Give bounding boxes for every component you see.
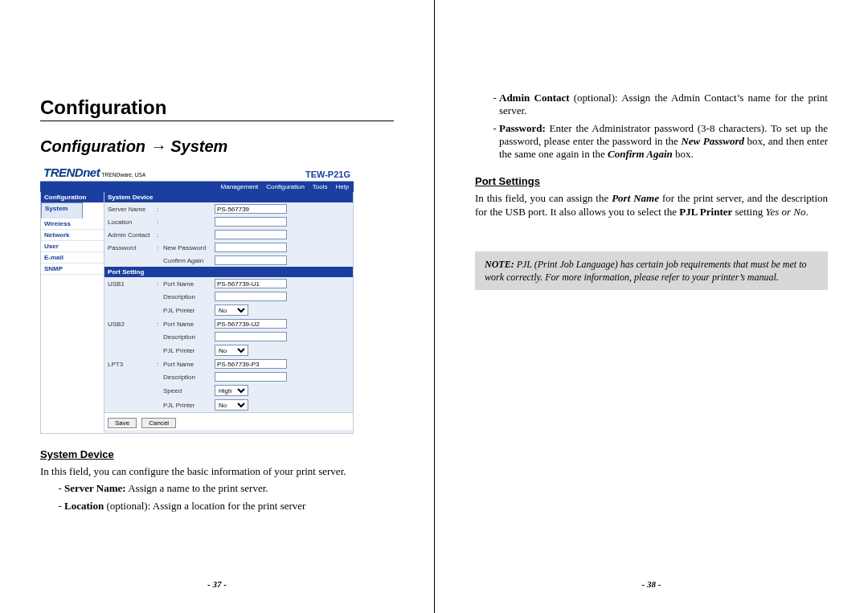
select-port3-pjl[interactable]: No: [215, 399, 248, 411]
label-desc-3: Description: [163, 374, 211, 381]
label-admin-contact: Admin Contact: [108, 231, 152, 239]
form-area: System Device Server Name : Location : A…: [104, 192, 353, 433]
config-screenshot: TRENDnet TRENDware, USA TEW-P21G Managem…: [40, 164, 354, 434]
page-left: Configuration Configuration → System TRE…: [0, 0, 434, 613]
menu-help[interactable]: Help: [336, 183, 349, 190]
menu-configuration[interactable]: Configuration: [266, 183, 305, 190]
heading-system-device: System Device: [40, 448, 394, 460]
sidebar-item-network[interactable]: Network: [41, 230, 104, 241]
select-port2-pjl[interactable]: No: [215, 345, 248, 356]
label-speed: Speed: [163, 387, 211, 394]
brand-logo: TRENDnet: [43, 166, 100, 179]
menu-management[interactable]: Management: [221, 183, 259, 190]
top-menubar: Management Configuration Tools Help: [40, 182, 354, 192]
label-new-password: New Password: [163, 244, 211, 251]
input-server-name[interactable]: [215, 204, 287, 214]
sidebar-header: Configuration: [41, 192, 104, 202]
label-port-name-3: Port Name: [163, 361, 211, 368]
heading-port-settings: Port Settings: [475, 175, 828, 187]
page-subtitle: Configuration → System: [40, 137, 394, 156]
label-confirm-again: Confirm Again: [163, 257, 211, 264]
select-port3-speed[interactable]: High: [215, 385, 248, 396]
sidebar-item-wireless[interactable]: Wireless: [41, 219, 104, 230]
sidebar-item-snmp[interactable]: SNMP: [41, 264, 104, 275]
cancel-button[interactable]: Cancel: [141, 418, 176, 428]
menu-tools[interactable]: Tools: [313, 183, 328, 190]
sidebar-item-email[interactable]: E-mail: [41, 252, 104, 264]
port1-label: USB1: [108, 280, 152, 288]
li-admin-contact: Admin Contact (optional): Assign the Adm…: [499, 92, 828, 117]
para-system-device: In this field, you can configure the bas…: [40, 465, 394, 479]
port2-label: USB2: [108, 321, 152, 328]
note-box: NOTE: PJL (Print Job Language) has certa…: [475, 251, 828, 290]
label-pjl-1: PJL Printer: [163, 307, 211, 314]
sidebar: Configuration System Wireless Network Us…: [41, 192, 104, 433]
input-port2-desc[interactable]: [215, 332, 287, 341]
save-button[interactable]: Save: [108, 418, 137, 428]
input-port1-name[interactable]: [215, 279, 287, 288]
li-location: Location (optional): Assign a location f…: [64, 500, 394, 513]
label-location: Location: [108, 219, 152, 226]
label-pjl-2: PJL Printer: [163, 347, 211, 354]
label-password: Password: [108, 244, 152, 251]
input-location[interactable]: [215, 217, 287, 227]
input-admin-contact[interactable]: [215, 230, 287, 239]
label-pjl-3: PJL Printer: [163, 402, 211, 409]
page-right: Admin Contact (optional): Assign the Adm…: [434, 0, 868, 613]
page-number-left: - 37 -: [0, 579, 434, 589]
input-port2-name[interactable]: [215, 319, 287, 329]
label-server-name: Server Name: [108, 206, 152, 213]
input-port1-desc[interactable]: [215, 292, 287, 301]
sidebar-item-user[interactable]: User: [41, 241, 104, 252]
list-system-device: Server Name: Assign a name to the print …: [40, 482, 394, 513]
label-port-name-1: Port Name: [163, 280, 211, 288]
list-system-device-cont: Admin Contact (optional): Assign the Adm…: [475, 92, 828, 161]
page-title: Configuration: [40, 96, 394, 121]
input-new-password[interactable]: [215, 243, 287, 252]
label-desc-2: Description: [163, 333, 211, 341]
select-port1-pjl[interactable]: No: [215, 304, 248, 316]
brand-sub: TRENDware, USA: [101, 172, 145, 178]
input-port3-name[interactable]: [215, 359, 287, 369]
label-port-name-2: Port Name: [163, 321, 211, 328]
input-confirm-again[interactable]: [215, 255, 287, 265]
para-port-settings: In this field, you can assign the Port N…: [475, 192, 828, 219]
li-server-name: Server Name: Assign a name to the print …: [64, 482, 394, 495]
label-desc-1: Description: [163, 293, 211, 300]
group-system-device: System Device: [104, 192, 353, 202]
li-password: Password: Enter the Administrator passwo…: [499, 122, 828, 161]
port3-label: LPT3: [108, 361, 152, 368]
group-port-setting: Port Setting: [104, 267, 353, 277]
sidebar-item-system[interactable]: System: [41, 202, 83, 219]
model-label: TEW-P21G: [305, 170, 350, 179]
page-number-right: - 38 -: [435, 579, 868, 589]
input-port3-desc[interactable]: [215, 372, 287, 382]
